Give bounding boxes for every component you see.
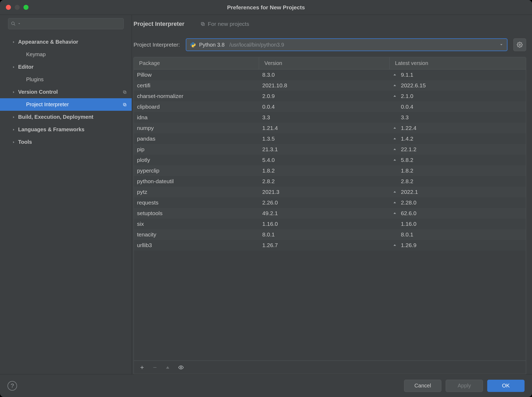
table-row[interactable]: numpy1.21.41.22.4 — [134, 123, 526, 133]
remove-package-button[interactable] — [152, 365, 157, 370]
table-row[interactable]: python-dateutil2.8.22.8.2 — [134, 176, 526, 187]
cell-package: numpy — [134, 125, 259, 131]
table-row[interactable]: pandas1.3.51.4.2 — [134, 133, 526, 144]
cell-latest: 2.1.0 — [390, 93, 526, 99]
cell-latest: 9.1.1 — [390, 72, 526, 78]
page-scope-label: For new projects — [208, 21, 249, 27]
table-row[interactable]: charset-normalizer2.0.92.1.0 — [134, 91, 526, 101]
sidebar-item-appearance-behavior[interactable]: Appearance & Behavior — [0, 36, 132, 48]
chevron-right-icon — [12, 40, 15, 44]
cell-version: 21.3.1 — [259, 146, 390, 153]
chevron-down-icon — [499, 42, 503, 48]
cell-latest: 0.0.4 — [390, 104, 526, 110]
copy-icon — [123, 103, 127, 107]
cell-version: 1.16.0 — [259, 221, 390, 227]
zoom-window-button[interactable] — [23, 5, 29, 10]
sidebar-item-plugins[interactable]: Plugins — [0, 73, 132, 86]
table-row[interactable]: urllib31.26.71.26.9 — [134, 240, 526, 251]
update-available-icon — [393, 201, 398, 204]
cell-latest: 1.8.2 — [390, 167, 526, 174]
update-available-icon — [393, 137, 398, 141]
interpreter-name: Python 3.8 — [199, 42, 225, 48]
update-available-icon — [393, 126, 398, 130]
cell-package: requests — [134, 199, 259, 206]
svg-rect-5 — [123, 103, 126, 105]
show-early-releases-button[interactable] — [178, 365, 184, 370]
chevron-right-icon — [12, 128, 15, 131]
svg-rect-2 — [124, 91, 126, 93]
cell-version: 1.26.7 — [259, 242, 390, 248]
chevron-right-icon — [12, 141, 15, 144]
sidebar-item-version-control[interactable]: Version Control — [0, 86, 132, 98]
cell-package: charset-normalizer — [134, 93, 259, 99]
cell-latest: 1.26.9 — [390, 242, 526, 248]
page-title: Project Interpreter — [134, 21, 184, 27]
table-toolbar — [134, 361, 526, 374]
sidebar-item-label: Editor — [18, 64, 34, 70]
cell-version: 1.8.2 — [259, 167, 390, 174]
add-package-button[interactable] — [140, 365, 144, 370]
sidebar-item-languages-frameworks[interactable]: Languages & Frameworks — [0, 123, 132, 136]
settings-search-input[interactable] — [8, 18, 124, 29]
copy-icon — [200, 22, 205, 26]
settings-tree: Appearance & BehaviorKeymapEditorPlugins… — [0, 34, 132, 374]
cell-package: urllib3 — [134, 242, 259, 248]
cell-latest: 2.8.2 — [390, 178, 526, 185]
update-available-icon — [393, 211, 398, 215]
update-available-icon — [393, 158, 398, 162]
table-row[interactable]: certifi2021.10.82022.6.15 — [134, 80, 526, 91]
close-window-button[interactable] — [6, 5, 11, 10]
help-button[interactable]: ? — [7, 381, 17, 391]
cell-package: idna — [134, 114, 259, 121]
table-row[interactable]: requests2.26.02.28.0 — [134, 197, 526, 208]
table-row[interactable]: plotly5.4.05.8.2 — [134, 155, 526, 165]
column-header-latest[interactable]: Latest version — [390, 57, 526, 69]
interpreter-select[interactable]: Python 3.8 /usr/local/bin/python3.9 — [186, 38, 507, 51]
cell-latest: 1.4.2 — [390, 136, 526, 142]
column-header-package[interactable]: Package — [134, 57, 259, 69]
interpreter-settings-button[interactable] — [513, 38, 526, 51]
column-header-version[interactable]: Version — [259, 57, 390, 69]
cell-latest: 1.22.4 — [390, 125, 526, 131]
table-row[interactable]: tenacity8.0.18.0.1 — [134, 229, 526, 240]
cell-version: 5.4.0 — [259, 157, 390, 163]
cell-package: six — [134, 221, 259, 227]
preferences-window: Preferences for New Projects Appearance … — [0, 0, 532, 397]
apply-button[interactable]: Apply — [446, 380, 483, 392]
table-row[interactable]: idna3.33.3 — [134, 112, 526, 123]
sidebar-item-tools[interactable]: Tools — [0, 136, 132, 148]
table-row[interactable]: clipboard0.0.40.0.4 — [134, 101, 526, 112]
table-body: Pillow8.3.09.1.1certifi2021.10.82022.6.1… — [134, 69, 526, 361]
cell-version: 2.26.0 — [259, 199, 390, 206]
table-row[interactable]: pip21.3.122.1.2 — [134, 144, 526, 155]
sidebar-item-editor[interactable]: Editor — [0, 61, 132, 73]
cell-package: pyperclip — [134, 167, 259, 174]
interpreter-row: Project Interpreter: Python 3.8 /usr/loc… — [134, 33, 532, 57]
settings-main: Project Interpreter For new projects Pro… — [132, 15, 532, 374]
cell-version: 8.3.0 — [259, 72, 390, 78]
sidebar-item-project-interpreter[interactable]: Project Interpreter — [0, 98, 132, 111]
cancel-button[interactable]: Cancel — [404, 380, 441, 392]
table-row[interactable]: setuptools49.2.162.6.0 — [134, 208, 526, 219]
ok-button[interactable]: OK — [487, 380, 525, 392]
python-icon — [190, 42, 196, 48]
cell-package: certifi — [134, 82, 259, 89]
svg-rect-3 — [123, 91, 126, 93]
sidebar-item-label: Project Interpreter — [26, 101, 69, 108]
table-row[interactable]: pyperclip1.8.21.8.2 — [134, 165, 526, 176]
search-icon — [11, 21, 16, 26]
sidebar-item-keymap[interactable]: Keymap — [0, 48, 132, 61]
upgrade-package-button[interactable] — [165, 365, 170, 370]
sidebar-item-label: Languages & Frameworks — [18, 126, 84, 133]
cell-version: 8.0.1 — [259, 231, 390, 238]
sidebar-item-label: Tools — [18, 139, 32, 145]
table-row[interactable]: pytz2021.32022.1 — [134, 187, 526, 197]
cell-package: clipboard — [134, 104, 259, 110]
table-row[interactable]: six1.16.01.16.0 — [134, 219, 526, 229]
update-available-icon — [393, 190, 398, 194]
packages-table: Package Version Latest version Pillow8.3… — [134, 57, 526, 361]
minimize-window-button[interactable] — [15, 5, 20, 10]
sidebar-item-build-execution-deployment[interactable]: Build, Execution, Deployment — [0, 111, 132, 123]
svg-rect-6 — [202, 23, 204, 26]
table-row[interactable]: Pillow8.3.09.1.1 — [134, 69, 526, 80]
